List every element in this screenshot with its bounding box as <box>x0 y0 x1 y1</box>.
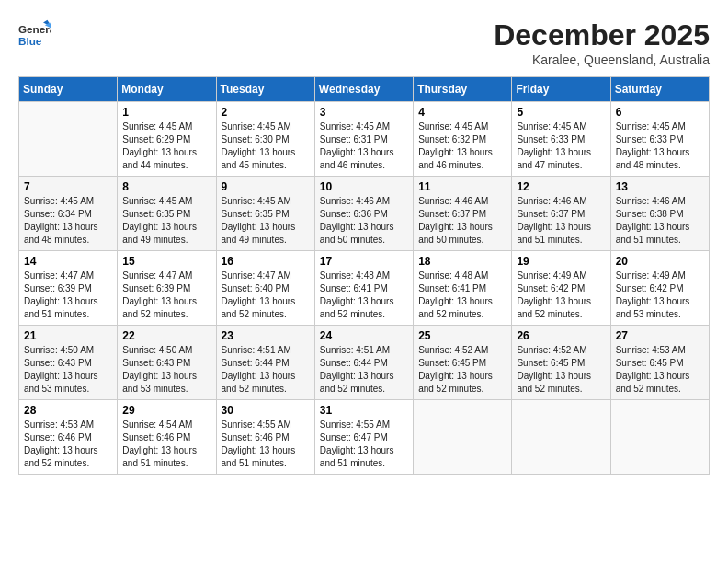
calendar-cell: 21Sunrise: 4:50 AMSunset: 6:43 PMDayligh… <box>19 326 118 400</box>
day-info: Sunrise: 4:46 AMSunset: 6:38 PMDaylight:… <box>616 195 704 247</box>
day-info: Sunrise: 4:53 AMSunset: 6:46 PMDaylight:… <box>24 419 112 470</box>
calendar-cell: 18Sunrise: 4:48 AMSunset: 6:41 PMDayligh… <box>414 251 512 326</box>
weekday-header-tuesday: Tuesday <box>216 77 314 102</box>
day-number: 19 <box>517 255 605 268</box>
calendar-cell: 6Sunrise: 4:45 AMSunset: 6:33 PMDaylight… <box>610 102 709 177</box>
calendar-cell: 27Sunrise: 4:53 AMSunset: 6:45 PMDayligh… <box>610 326 709 400</box>
day-number: 29 <box>122 404 210 417</box>
day-number: 9 <box>222 180 310 193</box>
day-number: 23 <box>222 329 310 342</box>
day-info: Sunrise: 4:48 AMSunset: 6:41 PMDaylight:… <box>418 270 506 321</box>
calendar-cell: 5Sunrise: 4:45 AMSunset: 6:33 PMDaylight… <box>512 102 610 177</box>
calendar-table: SundayMondayTuesdayWednesdayThursdayFrid… <box>18 76 710 475</box>
day-info: Sunrise: 4:49 AMSunset: 6:42 PMDaylight:… <box>616 270 704 321</box>
logo: General Blue <box>18 18 51 52</box>
title-block: December 2025 Karalee, Queensland, Austr… <box>494 18 710 67</box>
calendar-cell: 29Sunrise: 4:54 AMSunset: 6:46 PMDayligh… <box>118 400 216 475</box>
svg-text:Blue: Blue <box>18 35 42 47</box>
logo-icon: General Blue <box>18 18 51 52</box>
day-number: 14 <box>24 255 112 268</box>
day-info: Sunrise: 4:48 AMSunset: 6:41 PMDaylight:… <box>320 270 408 321</box>
calendar-cell: 17Sunrise: 4:48 AMSunset: 6:41 PMDayligh… <box>314 251 413 326</box>
day-info: Sunrise: 4:46 AMSunset: 6:37 PMDaylight:… <box>418 195 506 247</box>
day-number: 4 <box>418 106 506 119</box>
day-info: Sunrise: 4:53 AMSunset: 6:45 PMDaylight:… <box>616 344 704 396</box>
day-number: 15 <box>122 255 210 268</box>
calendar-cell: 25Sunrise: 4:52 AMSunset: 6:45 PMDayligh… <box>414 326 512 400</box>
day-info: Sunrise: 4:47 AMSunset: 6:39 PMDaylight:… <box>122 270 210 321</box>
day-number: 27 <box>616 329 704 342</box>
day-info: Sunrise: 4:55 AMSunset: 6:47 PMDaylight:… <box>320 419 408 470</box>
header: General Blue December 2025 Karalee, Quee… <box>18 18 710 67</box>
day-number: 12 <box>517 180 605 193</box>
day-number: 26 <box>517 329 605 342</box>
calendar-cell: 8Sunrise: 4:45 AMSunset: 6:35 PMDaylight… <box>118 177 216 251</box>
day-info: Sunrise: 4:45 AMSunset: 6:33 PMDaylight:… <box>616 121 704 172</box>
calendar-cell <box>610 400 709 475</box>
calendar-cell: 19Sunrise: 4:49 AMSunset: 6:42 PMDayligh… <box>512 251 610 326</box>
day-info: Sunrise: 4:47 AMSunset: 6:40 PMDaylight:… <box>222 270 310 321</box>
day-number: 5 <box>517 106 605 119</box>
calendar-cell: 26Sunrise: 4:52 AMSunset: 6:45 PMDayligh… <box>512 326 610 400</box>
calendar-cell: 24Sunrise: 4:51 AMSunset: 6:44 PMDayligh… <box>314 326 413 400</box>
calendar-cell: 14Sunrise: 4:47 AMSunset: 6:39 PMDayligh… <box>19 251 118 326</box>
calendar-cell: 4Sunrise: 4:45 AMSunset: 6:32 PMDaylight… <box>414 102 512 177</box>
day-info: Sunrise: 4:52 AMSunset: 6:45 PMDaylight:… <box>517 344 605 396</box>
calendar-cell: 10Sunrise: 4:46 AMSunset: 6:36 PMDayligh… <box>314 177 413 251</box>
day-number: 16 <box>222 255 310 268</box>
calendar-cell: 15Sunrise: 4:47 AMSunset: 6:39 PMDayligh… <box>118 251 216 326</box>
day-number: 8 <box>122 180 210 193</box>
calendar-cell: 28Sunrise: 4:53 AMSunset: 6:46 PMDayligh… <box>19 400 118 475</box>
day-number: 11 <box>418 180 506 193</box>
calendar-cell <box>414 400 512 475</box>
calendar-cell: 11Sunrise: 4:46 AMSunset: 6:37 PMDayligh… <box>414 177 512 251</box>
calendar-week-row: 7Sunrise: 4:45 AMSunset: 6:34 PMDaylight… <box>19 177 710 251</box>
calendar-cell <box>19 102 118 177</box>
day-info: Sunrise: 4:51 AMSunset: 6:44 PMDaylight:… <box>222 344 310 396</box>
day-number: 28 <box>24 404 112 417</box>
day-info: Sunrise: 4:50 AMSunset: 6:43 PMDaylight:… <box>122 344 210 396</box>
day-info: Sunrise: 4:54 AMSunset: 6:46 PMDaylight:… <box>122 419 210 470</box>
weekday-header-monday: Monday <box>118 77 216 102</box>
day-info: Sunrise: 4:45 AMSunset: 6:35 PMDaylight:… <box>122 195 210 247</box>
day-info: Sunrise: 4:45 AMSunset: 6:29 PMDaylight:… <box>122 121 210 172</box>
calendar-cell: 9Sunrise: 4:45 AMSunset: 6:35 PMDaylight… <box>216 177 314 251</box>
day-info: Sunrise: 4:47 AMSunset: 6:39 PMDaylight:… <box>24 270 112 321</box>
day-info: Sunrise: 4:45 AMSunset: 6:33 PMDaylight:… <box>517 121 605 172</box>
day-number: 3 <box>320 106 408 119</box>
day-number: 18 <box>418 255 506 268</box>
calendar-cell: 13Sunrise: 4:46 AMSunset: 6:38 PMDayligh… <box>610 177 709 251</box>
weekday-header-sunday: Sunday <box>19 77 118 102</box>
day-number: 25 <box>418 329 506 342</box>
day-info: Sunrise: 4:45 AMSunset: 6:30 PMDaylight:… <box>222 121 310 172</box>
calendar-cell: 23Sunrise: 4:51 AMSunset: 6:44 PMDayligh… <box>216 326 314 400</box>
calendar-week-row: 21Sunrise: 4:50 AMSunset: 6:43 PMDayligh… <box>19 326 710 400</box>
day-info: Sunrise: 4:45 AMSunset: 6:32 PMDaylight:… <box>418 121 506 172</box>
day-info: Sunrise: 4:45 AMSunset: 6:35 PMDaylight:… <box>222 195 310 247</box>
day-info: Sunrise: 4:46 AMSunset: 6:37 PMDaylight:… <box>517 195 605 247</box>
calendar-cell: 7Sunrise: 4:45 AMSunset: 6:34 PMDaylight… <box>19 177 118 251</box>
day-number: 21 <box>24 329 112 342</box>
day-number: 13 <box>616 180 704 193</box>
weekday-header-row: SundayMondayTuesdayWednesdayThursdayFrid… <box>19 77 710 102</box>
weekday-header-friday: Friday <box>512 77 610 102</box>
calendar-cell: 2Sunrise: 4:45 AMSunset: 6:30 PMDaylight… <box>216 102 314 177</box>
day-number: 7 <box>24 180 112 193</box>
day-info: Sunrise: 4:52 AMSunset: 6:45 PMDaylight:… <box>418 344 506 396</box>
day-number: 2 <box>222 106 310 119</box>
calendar-cell: 3Sunrise: 4:45 AMSunset: 6:31 PMDaylight… <box>314 102 413 177</box>
day-info: Sunrise: 4:45 AMSunset: 6:34 PMDaylight:… <box>24 195 112 247</box>
calendar-cell: 30Sunrise: 4:55 AMSunset: 6:46 PMDayligh… <box>216 400 314 475</box>
calendar-cell: 22Sunrise: 4:50 AMSunset: 6:43 PMDayligh… <box>118 326 216 400</box>
calendar-cell: 31Sunrise: 4:55 AMSunset: 6:47 PMDayligh… <box>314 400 413 475</box>
location: Karalee, Queensland, Australia <box>494 52 710 67</box>
day-number: 31 <box>320 404 408 417</box>
day-number: 30 <box>222 404 310 417</box>
day-number: 10 <box>320 180 408 193</box>
day-number: 6 <box>616 106 704 119</box>
calendar-cell: 1Sunrise: 4:45 AMSunset: 6:29 PMDaylight… <box>118 102 216 177</box>
day-info: Sunrise: 4:51 AMSunset: 6:44 PMDaylight:… <box>320 344 408 396</box>
weekday-header-wednesday: Wednesday <box>314 77 413 102</box>
day-number: 22 <box>122 329 210 342</box>
day-info: Sunrise: 4:55 AMSunset: 6:46 PMDaylight:… <box>222 419 310 470</box>
